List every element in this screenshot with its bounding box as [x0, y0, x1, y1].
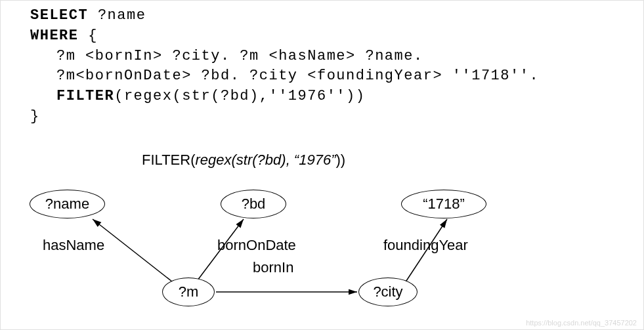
node-name-label: ?name [45, 196, 89, 213]
node-bd-label: ?bd [242, 196, 266, 213]
node-m: ?m [162, 278, 215, 306]
node-name: ?name [30, 190, 105, 218]
node-bd: ?bd [221, 190, 286, 218]
node-city: ?city [358, 278, 418, 306]
node-1718-label: “1718” [423, 196, 465, 213]
edge-label-hasName: hasName [43, 237, 104, 254]
edge-label-foundingYear: foundingYear [383, 237, 468, 254]
graph-edges [1, 1, 644, 330]
watermark: https://blog.csdn.net/qq_37457202 [526, 319, 637, 327]
edge-label-bornIn: bornIn [253, 259, 293, 276]
node-city-label: ?city [373, 283, 402, 300]
node-m-label: ?m [179, 283, 199, 300]
node-1718: “1718” [401, 190, 486, 218]
edge-hasName [93, 219, 175, 284]
edge-label-bornOnDate: bornOnDate [217, 237, 296, 254]
